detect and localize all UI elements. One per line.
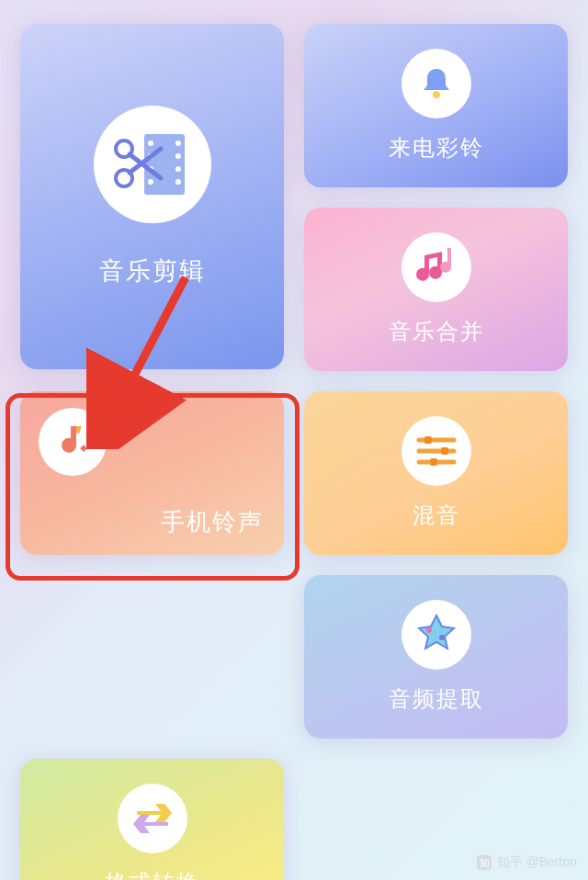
star-note-icon bbox=[401, 600, 471, 670]
svg-point-4 bbox=[148, 179, 153, 185]
svg-point-1 bbox=[148, 141, 153, 146]
card-label: 音乐合并 bbox=[389, 317, 484, 346]
svg-rect-18 bbox=[441, 447, 448, 455]
card-label: 音频提取 bbox=[389, 684, 484, 714]
svg-text:知: 知 bbox=[479, 857, 489, 868]
svg-point-21 bbox=[439, 635, 445, 640]
watermark: 知 知乎 @Berton bbox=[477, 854, 577, 871]
card-label: 音乐剪辑 bbox=[99, 254, 206, 288]
card-label: 混音 bbox=[413, 501, 460, 530]
svg-point-5 bbox=[175, 141, 181, 146]
card-music-edit[interactable]: 音乐剪辑 bbox=[20, 24, 284, 369]
music-edit-icon bbox=[94, 106, 211, 223]
svg-point-13 bbox=[433, 91, 440, 98]
card-format-convert[interactable]: 格式转换 bbox=[20, 759, 284, 880]
feature-grid: 音乐剪辑 来电彩铃 音乐合并 手机铃声 bbox=[0, 0, 588, 880]
card-label: 手机铃声 bbox=[161, 506, 264, 538]
svg-point-8 bbox=[175, 179, 181, 185]
svg-point-6 bbox=[175, 153, 181, 159]
svg-rect-19 bbox=[430, 458, 437, 466]
card-incoming-ringtone[interactable]: 来电彩铃 bbox=[304, 24, 568, 187]
card-music-merge[interactable]: 音乐合并 bbox=[304, 208, 568, 371]
svg-point-7 bbox=[175, 166, 181, 172]
card-label: 来电彩铃 bbox=[389, 133, 484, 163]
bell-icon bbox=[401, 49, 471, 118]
svg-point-20 bbox=[426, 627, 432, 633]
arrows-exchange-icon bbox=[118, 784, 187, 853]
card-label: 格式转换 bbox=[105, 868, 200, 880]
double-note-icon bbox=[401, 232, 471, 302]
note-plus-icon bbox=[39, 408, 107, 476]
card-audio-extract[interactable]: 音频提取 bbox=[304, 575, 568, 739]
card-mix[interactable]: 混音 bbox=[304, 391, 568, 555]
card-phone-ringtone[interactable]: 手机铃声 bbox=[20, 391, 284, 555]
svg-rect-17 bbox=[424, 436, 432, 444]
sliders-icon bbox=[401, 416, 471, 486]
